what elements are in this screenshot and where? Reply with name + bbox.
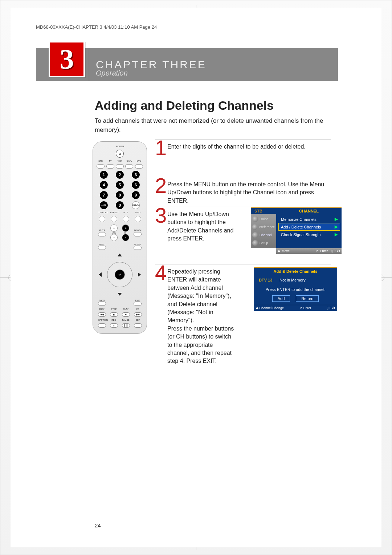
dlg-return-button[interactable]: Return — [296, 295, 319, 302]
osd-item-memorize[interactable]: Memorize Channels▶ — [278, 215, 340, 223]
dlg-button-row: Add Return — [254, 295, 337, 305]
nav-right-button[interactable] — [138, 272, 141, 277]
power-button[interactable]: ⏻ — [116, 150, 124, 158]
caption-button[interactable] — [98, 323, 106, 328]
page: MD68-00XXXA(E)-CHAPTER 3 4/4/03 11:10 AM… — [0, 0, 392, 555]
nav-down-button[interactable] — [118, 293, 122, 296]
dlg-footer-chchange: ◆ Channel Change — [256, 306, 284, 310]
play-button[interactable]: ▶ — [122, 312, 130, 317]
arrow-right-icon: ▶ — [335, 217, 338, 222]
dlg-footer-enter: ↵ Enter — [299, 306, 311, 310]
enter-button[interactable]: ↵ — [115, 270, 125, 280]
chapter-subtitle: Operation — [96, 69, 128, 77]
osd-heading: CHANNEL — [276, 207, 342, 214]
guide-icon — [252, 216, 258, 222]
nav-up-button[interactable] — [118, 254, 122, 256]
num-1-button[interactable]: 1 — [100, 171, 108, 179]
ff-button[interactable]: ▶▶ — [134, 312, 142, 317]
num-6-button[interactable]: 6 — [132, 181, 140, 189]
step-text: Repeatedly pressing ENTER will alternate… — [167, 268, 236, 365]
osd-side-item[interactable]: Preference — [251, 223, 276, 231]
num-5-button[interactable]: 5 — [116, 181, 124, 189]
menu-button[interactable] — [98, 246, 106, 250]
back-exit-row: BACK EXIT — [96, 299, 144, 306]
osd-item-label: Check Signal Strength — [281, 232, 320, 237]
setup-icon — [252, 240, 258, 246]
num-3-button[interactable]: 3 — [132, 171, 140, 179]
mode-label: STB — [97, 160, 104, 162]
osd-item-add-delete[interactable]: Add / Delete Channels▶ — [278, 223, 340, 231]
mode-vcr-button[interactable] — [116, 164, 124, 169]
num-7-button[interactable]: 7 — [100, 191, 108, 199]
num-4-button[interactable]: 4 — [100, 181, 108, 189]
ch-up-button[interactable]: ∧ — [122, 224, 129, 232]
osd-side-list: Guide Preference Channel Setup — [251, 214, 276, 248]
mute-button[interactable] — [98, 232, 106, 236]
dlg-footer-exit: ▯ Exit — [327, 306, 335, 310]
power-label: POWER — [116, 145, 123, 147]
osd-side-item[interactable]: Setup — [251, 239, 276, 247]
num-0-button[interactable]: 0 — [116, 201, 124, 209]
num-plus100-button[interactable]: +100 — [100, 201, 108, 209]
remote-illustration: POWER ⏻ STB TV VCR CATV DVD 1 2 3 — [93, 141, 147, 334]
num-9-button[interactable]: 9 — [132, 191, 140, 199]
osd-body: Guide Preference Channel Setup Memorize … — [251, 214, 342, 248]
step-number: 3 — [155, 203, 167, 227]
func-label: ASPECT — [110, 211, 118, 214]
step-text: Use the Menu Up/Down buttons to highligh… — [167, 210, 244, 243]
transport-label: PLAY — [122, 308, 130, 310]
numpad-row: +100 0 PRE-CH — [96, 201, 144, 209]
osd-item-label: Memorize Channels — [281, 217, 317, 222]
rew-button[interactable]: ◀◀ — [98, 312, 106, 317]
ch-down-button[interactable]: ∨ — [122, 234, 129, 241]
osd-footer-move: ◆ Move — [278, 249, 290, 253]
osd-side-label: Preference — [259, 225, 275, 229]
prech-button[interactable]: PRE-CH — [132, 201, 140, 209]
guide-button[interactable] — [134, 246, 142, 250]
func-label: MTS — [122, 211, 130, 214]
vol-down-button[interactable]: − — [110, 234, 118, 241]
mode-stb-button[interactable] — [97, 164, 105, 169]
osd-item-signal[interactable]: Check Signal Strength▶ — [278, 231, 340, 238]
aspect-button[interactable] — [111, 216, 117, 222]
mts-button[interactable] — [123, 216, 129, 222]
menu-group: MENU — [98, 243, 106, 250]
num-8-button[interactable]: 8 — [116, 191, 124, 199]
back-button[interactable] — [98, 301, 106, 306]
vol-up-button[interactable]: + — [110, 224, 118, 232]
tvvideo-button[interactable] — [99, 216, 105, 222]
exit-button[interactable] — [134, 301, 142, 306]
vol-ch-row: MUTE + VOL − ∧ CH ∨ FAV.CH — [96, 224, 144, 241]
step-divider — [155, 177, 331, 177]
section-intro: To add channels that were not memorized … — [95, 117, 331, 134]
set-button[interactable] — [134, 323, 142, 328]
favch-button[interactable] — [134, 232, 142, 236]
step-divider — [155, 139, 331, 139]
mode-tv-button[interactable] — [106, 164, 114, 169]
stop-button[interactable]: ■ — [110, 312, 118, 317]
nav-left-button[interactable] — [99, 272, 102, 277]
back-group: BACK — [98, 299, 106, 306]
osd-side-item[interactable]: Guide — [251, 215, 276, 223]
info-button[interactable] — [135, 216, 141, 222]
dlg-add-button[interactable]: Add — [272, 295, 290, 302]
dlg-status-row: DTV 13 Not in Memory — [254, 275, 337, 285]
dlg-footer-label: Enter — [303, 306, 311, 310]
chapter-number-badge: 3 — [49, 41, 85, 77]
osd-footer-label: Move — [282, 249, 290, 253]
func-label-row: TV/VIDEO ASPECT MTS INFO — [96, 211, 144, 214]
mode-label: VCR — [116, 160, 123, 162]
osd-side-item[interactable]: Channel — [251, 231, 276, 239]
pause-button[interactable]: ❚❚ — [122, 323, 130, 328]
osd-footer-exit: ▯ Exit — [331, 249, 340, 253]
bottom-label: SET — [134, 319, 142, 321]
chapter-number: 3 — [60, 43, 74, 76]
num-2-button[interactable]: 2 — [116, 171, 124, 179]
mode-label: TV — [107, 160, 114, 162]
dlg-title: Add & Delete Channels — [254, 267, 337, 275]
mode-dvd-button[interactable] — [135, 164, 143, 169]
numpad-row: 4 5 6 — [96, 181, 144, 189]
rec-button[interactable]: ● — [110, 323, 118, 328]
func-label: TV/VIDEO — [98, 211, 106, 214]
mode-catv-button[interactable] — [125, 164, 133, 169]
